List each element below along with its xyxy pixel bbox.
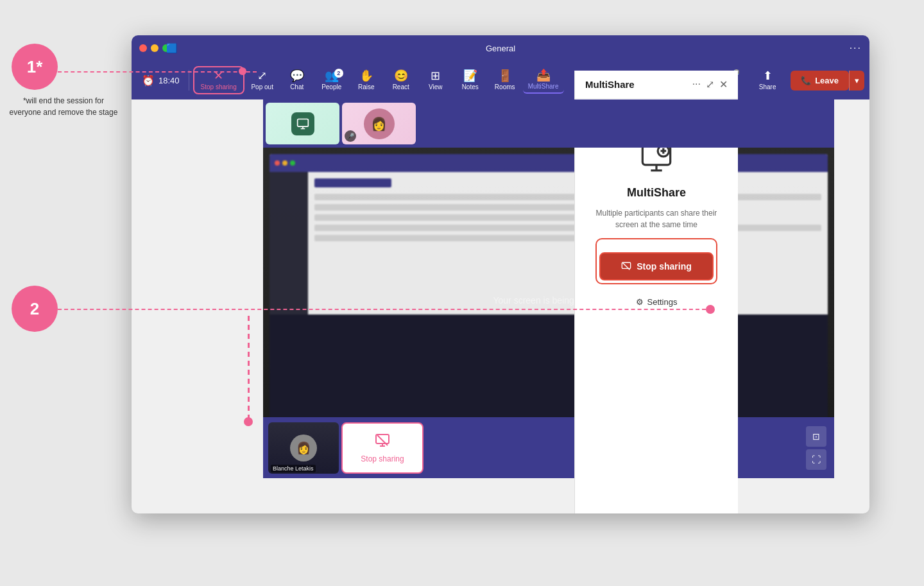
dot-toolbar (239, 67, 246, 75)
panel-stop-label: Stop sharing (637, 261, 692, 271)
panel-more-icon[interactable]: ··· (692, 78, 701, 90)
bottom-stop-sharing-label: Stop sharing (361, 454, 404, 463)
annotation-1-text: *will end the session for everyone and r… (9, 95, 118, 118)
toolbar: ⏰ 18:40 ✕ Stop sharing ⤢ Pop out 💬 Chat … (132, 61, 869, 99)
minimize-button[interactable] (151, 44, 158, 52)
multishare-video-thumb[interactable] (266, 103, 339, 144)
titlebar: 🟦 General ··· (132, 35, 869, 61)
settings-label: Settings (647, 297, 678, 307)
toolbar-separator (189, 70, 189, 90)
annotation-2-label: 2 (30, 299, 39, 319)
raise-label: Raise (358, 83, 375, 90)
multishare-panel-title: MultiShare (627, 186, 686, 200)
react-label: React (393, 83, 409, 90)
bottom-stop-sharing-icon (375, 433, 390, 452)
react-button[interactable]: 😊 React (384, 67, 418, 93)
panel-stop-btn-outline: Stop sharing (595, 238, 717, 284)
chat-icon: 💬 (290, 70, 304, 82)
meeting-time: ⏰ 18:40 (137, 74, 185, 87)
rooms-icon: 🚪 (498, 70, 512, 82)
screen-share-area: Your screen is being shared (263, 148, 834, 452)
video-top-strip: 👩 🎤 (263, 99, 834, 148)
fullscreen-button[interactable]: ⛶ (806, 449, 826, 470)
window-title: General (486, 44, 515, 53)
rooms-button[interactable]: 🚪 Rooms (488, 67, 522, 93)
stop-sharing-toolbar-label: Stop sharing (201, 83, 237, 90)
pop-out-label: Pop out (251, 83, 273, 90)
multishare-label: MultiShare (528, 83, 559, 90)
view-icon: ⊞ (431, 70, 440, 82)
chat-label: Chat (290, 83, 304, 90)
pip-button[interactable]: ⊡ (806, 426, 826, 447)
teams-icon: 🟦 (166, 43, 177, 53)
annotation-2-badge: 2 (12, 286, 58, 332)
person-thumb-label: Blanche Letakis (271, 465, 316, 472)
svg-rect-0 (297, 119, 308, 126)
bottom-panel: 👩 Blanche Letakis Stop sharing ⊡ ⛶ (263, 417, 834, 478)
view-label: View (429, 83, 443, 90)
leave-label: Leave (815, 76, 839, 85)
share-icon: ⬆ (763, 70, 773, 82)
bottom-controls: ⊡ ⛶ (806, 426, 826, 470)
share-button[interactable]: ⬆ Share (751, 67, 784, 93)
panel-stop-icon (621, 261, 631, 271)
people-badge: 2 (334, 69, 343, 78)
annotation-1-badge: 1* (12, 44, 58, 90)
panel-header: MultiShare ··· ⤢ ✕ (575, 71, 738, 99)
person-video-thumb[interactable]: 👩 🎤 (342, 103, 416, 144)
bottom-stop-sharing-card[interactable]: Stop sharing (341, 422, 424, 474)
annotation-1-label: 1* (27, 57, 43, 77)
settings-link[interactable]: ⚙ Settings (636, 297, 678, 307)
teams-window: 🟦 General ··· ⏰ 18:40 ✕ Stop sharing ⤢ P… (132, 35, 869, 513)
pop-out-icon: ⤢ (257, 70, 267, 82)
settings-icon: ⚙ (636, 297, 644, 307)
dot-right (706, 305, 715, 314)
bottom-person-thumb[interactable]: 👩 Blanche Letakis (268, 422, 339, 474)
multishare-button[interactable]: 📤 MultiShare (523, 67, 564, 94)
close-button[interactable] (139, 44, 147, 52)
leave-phone-icon: 📞 (801, 76, 811, 85)
multishare-thumb-icon (291, 112, 314, 135)
notes-icon: 📝 (463, 70, 477, 82)
raise-icon: ✋ (359, 70, 373, 82)
chat-button[interactable]: 💬 Chat (280, 67, 314, 93)
leave-button-group: 📞 Leave ▾ (791, 71, 864, 90)
window-controls (132, 44, 170, 52)
leave-dropdown-button[interactable]: ▾ (849, 71, 864, 90)
multishare-icon: 📤 (536, 69, 551, 81)
dashed-vert (248, 316, 250, 420)
panel-close-icon[interactable]: ✕ (719, 78, 728, 90)
rooms-label: Rooms (495, 83, 515, 90)
view-button[interactable]: ⊞ View (419, 67, 452, 93)
screen-content: Your screen is being shared (263, 148, 834, 452)
mic-muted-indicator: 🎤 (345, 130, 356, 142)
dot-bottom (244, 417, 253, 426)
notes-label: Notes (462, 83, 479, 90)
multishare-panel-description: Multiple participants can share their sc… (585, 207, 728, 230)
notes-button[interactable]: 📝 Notes (454, 67, 487, 93)
dashed-line-1 (58, 71, 257, 73)
person-avatar: 👩 (364, 108, 395, 139)
raise-button[interactable]: ✋ Raise (350, 67, 383, 93)
share-label: Share (759, 83, 776, 90)
react-icon: 😊 (394, 70, 408, 82)
panel-title: MultiShare (585, 79, 692, 90)
window-more-icon[interactable]: ··· (850, 42, 862, 54)
panel-stop-sharing-button[interactable]: Stop sharing (599, 252, 714, 280)
people-label: People (321, 83, 341, 90)
leave-button[interactable]: 📞 Leave (791, 71, 849, 90)
stop-sharing-toolbar-button[interactable]: ✕ Stop sharing (193, 66, 244, 94)
people-button[interactable]: 👥 People 2 (315, 67, 348, 93)
dashed-line-2 (58, 309, 706, 310)
panel-popout-icon[interactable]: ⤢ (706, 78, 714, 90)
panel-actions: ··· ⤢ ✕ (692, 78, 728, 90)
